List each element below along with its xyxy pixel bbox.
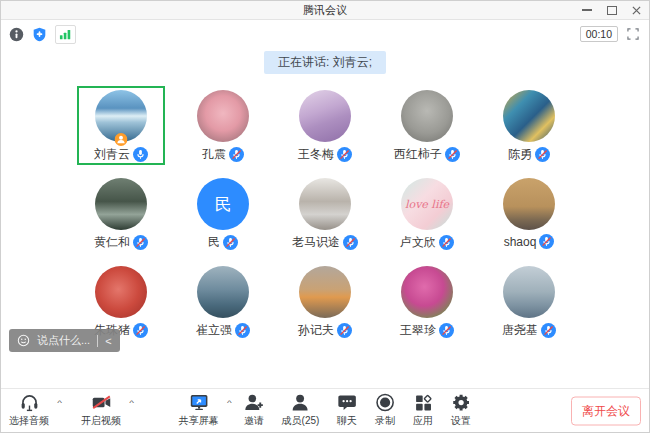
toolbar-item-label: 共享屏幕	[179, 414, 219, 428]
avatar-person-by-yellow-wall-photo	[503, 178, 555, 230]
participant-tile[interactable]: 王翠珍	[376, 266, 478, 340]
mic-muted-icon[interactable]	[133, 235, 148, 250]
camera-off-icon	[91, 392, 112, 413]
settings-icon	[450, 392, 471, 413]
participant-tile[interactable]: 孙记夫	[274, 266, 376, 340]
maximize-icon[interactable]	[607, 6, 617, 15]
mic-muted-icon[interactable]	[541, 323, 556, 338]
participant-tile[interactable]: 老马识途	[274, 178, 376, 252]
mic-muted-icon[interactable]	[439, 235, 454, 250]
toolbar-left-group: 选择音频 ^ 开启视频 ^	[9, 392, 129, 428]
security-shield-icon[interactable]	[32, 27, 47, 42]
dropdown-chevron-icon[interactable]: ^	[57, 398, 62, 406]
record-icon	[374, 392, 395, 413]
participant-name: 陈勇	[508, 146, 532, 163]
meeting-info-icon[interactable]	[9, 27, 24, 42]
network-signal-icon[interactable]	[55, 25, 76, 44]
participant-name: 王翠珍	[400, 322, 436, 339]
participant-tile[interactable]: love life 卢文欣	[376, 178, 478, 252]
avatar-snowy-street-photo	[299, 178, 351, 230]
avatar-owl-photo	[401, 90, 453, 142]
window-controls	[582, 1, 641, 19]
mic-on-icon[interactable]	[133, 147, 148, 162]
apps-icon	[412, 392, 433, 413]
toolbar-item-label: 录制	[375, 414, 395, 428]
participant-tile[interactable]: shaoq	[478, 178, 580, 252]
avatar-sunset-photo	[299, 266, 351, 318]
toolbar-item-record[interactable]: 录制	[374, 392, 395, 428]
toolbar-item-settings[interactable]: 设置	[450, 392, 471, 428]
dropdown-chevron-icon[interactable]: ^	[129, 398, 134, 406]
participant-name: 崔立强	[196, 322, 232, 339]
participant-name: 王冬梅	[298, 146, 334, 163]
mic-muted-icon[interactable]	[343, 235, 358, 250]
participant-tile[interactable]: 陈勇	[478, 90, 580, 164]
toolbar-item-label: 应用	[413, 414, 433, 428]
participant-tile[interactable]: 黄仁和	[70, 178, 172, 252]
window-title: 腾讯会议	[303, 3, 347, 18]
avatar-pink-pig-plush-photo	[197, 90, 249, 142]
toolbar-item-invite[interactable]: 邀请	[244, 392, 265, 428]
chat-placeholder[interactable]: 说点什么...	[37, 333, 90, 348]
participant-tile[interactable]: 王冬梅	[274, 90, 376, 164]
emoji-smiley-icon[interactable]	[17, 334, 30, 347]
chat-quick-input[interactable]: 说点什么... <	[9, 329, 120, 352]
toolbar-center-group: 共享屏幕 ^ 邀请 成员(25) 聊天 录制 应用 设置	[179, 392, 472, 428]
participant-name: 孙记夫	[298, 322, 334, 339]
avatar-strawberries-photo	[95, 266, 147, 318]
toolbar-item-label: 聊天	[337, 414, 357, 428]
toolbar-item-label: 成员(25)	[282, 414, 320, 428]
participant-name: 刘青云	[94, 146, 130, 163]
mic-muted-icon[interactable]	[337, 323, 352, 338]
leave-meeting-button[interactable]: 离开会议	[571, 396, 641, 425]
meeting-timer: 00:10	[580, 26, 618, 42]
mic-muted-icon[interactable]	[235, 323, 250, 338]
avatar-city-skyline-harbor-photo	[197, 266, 249, 318]
screen-share-icon	[188, 392, 209, 413]
mic-muted-icon[interactable]	[229, 147, 244, 162]
participant-tile[interactable]: 孔震	[172, 90, 274, 164]
dropdown-chevron-icon[interactable]: ^	[227, 398, 232, 406]
participant-name: 孔震	[202, 146, 226, 163]
participant-name: 民	[208, 234, 220, 251]
toolbar-item-chat[interactable]: 聊天	[336, 392, 357, 428]
members-icon	[290, 392, 311, 413]
mic-muted-icon[interactable]	[535, 147, 550, 162]
toolbar-item-apps[interactable]: 应用	[412, 392, 433, 428]
speaking-banner: 正在讲话: 刘青云;	[264, 51, 386, 74]
mic-muted-icon[interactable]	[223, 235, 238, 250]
fullscreen-icon[interactable]	[626, 27, 641, 42]
toolbar-item-label: 邀请	[244, 414, 264, 428]
toolbar-item-label: 开启视频	[81, 414, 121, 428]
avatar-man-on-bridge-photo	[503, 266, 555, 318]
titlebar: 腾讯会议	[1, 1, 649, 20]
topbar: 00:10	[1, 20, 649, 48]
chat-collapse-chevron-icon[interactable]: <	[105, 335, 111, 347]
participant-tile[interactable]: 崔立强	[172, 266, 274, 340]
participant-tile[interactable]: 刘青云	[70, 90, 172, 164]
participant-name: 唐尧基	[502, 322, 538, 339]
close-icon[interactable]	[632, 6, 641, 15]
mic-muted-icon[interactable]	[337, 147, 352, 162]
mic-muted-icon[interactable]	[133, 323, 148, 338]
toolbar-item-screen-share[interactable]: 共享屏幕 ^	[179, 392, 219, 428]
toolbar-item-label: 选择音频	[9, 414, 49, 428]
participant-tile[interactable]: 唐尧基	[478, 266, 580, 340]
invite-icon	[244, 392, 265, 413]
toolbar-item-headphones[interactable]: 选择音频 ^	[9, 392, 49, 428]
minimize-icon[interactable]	[582, 9, 592, 11]
toolbar-item-members[interactable]: 成员(25)	[282, 392, 320, 428]
participant-tile[interactable]: 民 民	[172, 178, 274, 252]
mic-muted-icon[interactable]	[445, 147, 460, 162]
mic-muted-icon[interactable]	[539, 234, 554, 249]
participant-name: 黄仁和	[94, 234, 130, 251]
avatar-love-life-script-photo: love life	[401, 178, 453, 230]
participant-tile[interactable]: 西红柿子	[376, 90, 478, 164]
toolbar-item-camera-off[interactable]: 开启视频 ^	[81, 392, 121, 428]
host-badge-icon	[115, 132, 128, 145]
mic-muted-icon[interactable]	[439, 323, 454, 338]
avatar-winter-trees-water-photo	[95, 178, 147, 230]
participant-name: 卢文欣	[400, 234, 436, 251]
participant-grid: 刘青云 孔震 王冬梅 西红柿子	[70, 90, 580, 340]
meeting-window: 腾讯会议 00:10 正在讲话: 刘青云; 刘青云	[0, 0, 650, 433]
